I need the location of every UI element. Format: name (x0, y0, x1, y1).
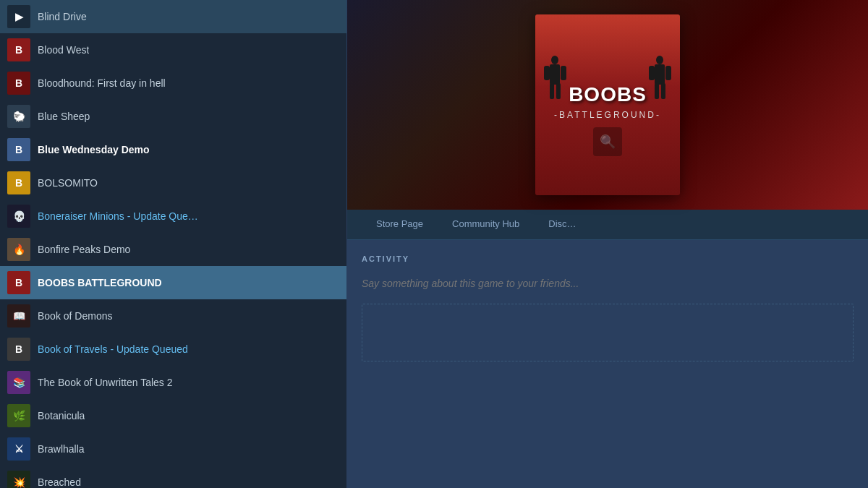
sidebar-item-blue-wednesday[interactable]: BBlue Wednesday Demo (0, 133, 346, 166)
svg-rect-9 (665, 66, 671, 80)
game-thumb-bonfire: 🔥 (7, 238, 30, 261)
cover-figures: BOOBS (535, 54, 680, 105)
svg-rect-2 (544, 66, 550, 80)
game-name-book-travels: Book of Travels - Update Queued (38, 343, 188, 355)
game-thumb-brawlhalla: ⚔ (7, 437, 30, 461)
sidebar-item-breached[interactable]: 💥Breached (0, 466, 346, 488)
sidebar-item-brawlhalla[interactable]: ⚔Brawlhalla (0, 432, 346, 466)
svg-rect-1 (550, 64, 560, 85)
game-library-sidebar: ▶Blind DriveBBlood WestBBloodhound: Firs… (0, 0, 347, 488)
update-tag-boneraiser: - Update Que… (124, 210, 198, 222)
svg-point-6 (656, 56, 663, 64)
game-name-boobs: BOOBS BATTLEGROUND (38, 277, 162, 288)
activity-input[interactable] (362, 274, 854, 293)
game-name-blue-wednesday: Blue Wednesday Demo (38, 144, 150, 155)
game-thumb-bloodhound: B (7, 72, 30, 95)
sidebar-item-book-unwritten[interactable]: 📚The Book of Unwritten Tales 2 (0, 366, 346, 399)
activity-content-box (362, 304, 854, 361)
game-name-bloodhound: Bloodhound: First day in hell (38, 77, 166, 89)
game-thumb-blue-sheep: 🐑 (7, 105, 30, 128)
game-name-blind-drive: Blind Drive (38, 11, 87, 22)
game-name-bonfire: Bonfire Peaks Demo (38, 244, 130, 255)
sidebar-item-blood-west[interactable]: BBlood West (0, 33, 346, 67)
game-cover-art: BOOBS -BATTLEGROUND- 🔍 (535, 14, 680, 195)
update-tag-book-travels: - Update Queued (108, 343, 188, 355)
game-name-blue-sheep: Blue Sheep (38, 111, 90, 122)
svg-rect-5 (556, 83, 561, 99)
svg-rect-11 (661, 83, 665, 99)
game-header: BOOBS -BATTLEGROUND- 🔍 (347, 0, 868, 210)
game-name-brawlhalla: Brawlhalla (38, 443, 85, 455)
game-name-boneraiser: Boneraiser Minions - Update Que… (38, 210, 198, 222)
tab-store-page[interactable]: Store Page (362, 210, 438, 239)
game-thumb-blind-drive: ▶ (7, 5, 30, 28)
game-content-area: BOOBS -BATTLEGROUND- 🔍 Store Page Commun… (347, 0, 868, 488)
svg-rect-10 (655, 83, 659, 99)
svg-point-0 (551, 56, 558, 64)
game-nav-tabs: Store Page Community Hub Disc… (347, 210, 868, 240)
activity-section: ACTIVITY (347, 240, 868, 488)
sidebar-item-blue-sheep[interactable]: 🐑Blue Sheep (0, 100, 346, 133)
game-thumb-botanicula: 🌿 (7, 404, 30, 427)
game-thumb-bolsomito: B (7, 171, 30, 194)
svg-rect-4 (550, 83, 554, 99)
sidebar-item-boobs[interactable]: BBOOBS BATTLEGROUND (0, 266, 346, 299)
figure-left (542, 54, 568, 105)
game-thumb-book-travels: B (7, 338, 30, 361)
game-name-blood-west: Blood West (38, 44, 89, 56)
sidebar-item-book-travels[interactable]: BBook of Travels - Update Queued (0, 333, 346, 366)
tab-community-hub[interactable]: Community Hub (438, 210, 534, 239)
game-thumb-boobs: B (7, 271, 30, 294)
game-name-breached: Breached (38, 476, 81, 488)
game-name-bolsomito: BOLSOMITO (38, 177, 98, 189)
sidebar-item-book-demons[interactable]: 📖Book of Demons (0, 299, 346, 333)
sidebar-item-bloodhound[interactable]: BBloodhound: First day in hell (0, 67, 346, 100)
tab-discussions[interactable]: Disc… (534, 210, 590, 239)
game-name-book-unwritten: The Book of Unwritten Tales 2 (38, 377, 173, 388)
svg-rect-3 (561, 66, 566, 80)
svg-rect-7 (655, 64, 665, 85)
game-thumb-breached: 💥 (7, 471, 30, 488)
cover-game-title: BOOBS (569, 85, 647, 105)
game-list: ▶Blind DriveBBlood WestBBloodhound: Firs… (0, 0, 346, 488)
game-thumb-blue-wednesday: B (7, 138, 30, 161)
game-thumb-boneraiser: 💀 (7, 205, 30, 228)
game-thumb-book-demons: 📖 (7, 304, 30, 328)
game-name-book-demons: Book of Demons (38, 310, 113, 322)
sidebar-item-botanicula[interactable]: 🌿Botanicula (0, 399, 346, 432)
sidebar-item-blind-drive[interactable]: ▶Blind Drive (0, 0, 346, 33)
sidebar-item-bolsomito[interactable]: BBOLSOMITO (0, 166, 346, 200)
activity-title: ACTIVITY (362, 254, 854, 263)
figure-right (647, 54, 673, 105)
svg-rect-8 (649, 66, 655, 80)
cover-game-subtitle: -BATTLEGROUND- (554, 110, 661, 120)
game-thumb-book-unwritten: 📚 (7, 371, 30, 394)
sidebar-item-boneraiser[interactable]: 💀Boneraiser Minions - Update Que… (0, 200, 346, 233)
game-thumb-blood-west: B (7, 38, 30, 61)
cover-search-icon: 🔍 (593, 127, 622, 156)
game-name-botanicula: Botanicula (38, 410, 85, 421)
sidebar-item-bonfire[interactable]: 🔥Bonfire Peaks Demo (0, 233, 346, 266)
